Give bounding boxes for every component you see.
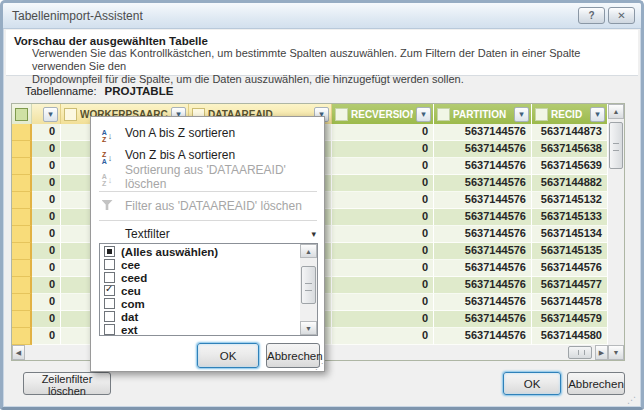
column-label: RECID xyxy=(551,109,587,120)
cell-partition: 5637144576 xyxy=(434,328,532,345)
cell-recversion: 0 xyxy=(332,141,434,158)
menu-separator xyxy=(99,191,317,192)
filter-value-label: cee xyxy=(121,259,140,271)
filter-value-item[interactable]: ext xyxy=(100,323,298,336)
scroll-up-icon[interactable] xyxy=(608,104,624,119)
cell-recid: 5637144882 xyxy=(532,175,608,192)
select-all-checkbox[interactable] xyxy=(15,108,28,121)
menu-item-label: Von Z bis A sortieren xyxy=(125,148,235,162)
partition-checkbox[interactable] xyxy=(437,108,450,121)
menu-item-label: Von A bis Z sortieren xyxy=(125,126,235,140)
horizontal-scrollbar-thumb[interactable] xyxy=(568,346,592,359)
column-header-recversion[interactable]: RECVERSION xyxy=(332,104,434,124)
cell-unnamed: 0 xyxy=(32,277,61,294)
partition-filter-dropdown-icon[interactable] xyxy=(514,107,529,122)
row-selector-cell xyxy=(12,124,32,141)
cell-recversion: 0 xyxy=(332,124,434,141)
help-button[interactable]: ? xyxy=(578,7,605,24)
table-name-value: PROJTABLE xyxy=(105,85,174,97)
cell-partition: 5637144576 xyxy=(434,124,532,141)
menu-item-sort-az[interactable]: AZ↓ Von A bis Z sortieren xyxy=(91,122,324,144)
menu-item-label: Sortierung aus 'DATAAREAID' löschen xyxy=(125,163,324,191)
filter-list-scrollbar[interactable] xyxy=(300,244,317,335)
filter-value-checkbox[interactable] xyxy=(104,259,115,270)
scroll-down-icon[interactable] xyxy=(608,345,624,360)
cell-partition: 5637144576 xyxy=(434,209,532,226)
menu-separator xyxy=(99,220,317,221)
cell-unnamed: 0 xyxy=(32,294,61,311)
cell-partition: 5637144576 xyxy=(434,294,532,311)
filter-value-checkbox[interactable] xyxy=(104,285,115,296)
sort-clear-icon: AZ↓ xyxy=(97,168,117,187)
scroll-up-icon[interactable] xyxy=(300,244,317,258)
cell-recid: 5637144576 xyxy=(532,260,608,277)
cancel-button[interactable]: Abbrechen xyxy=(567,372,625,395)
cell-partition: 5637144576 xyxy=(434,277,532,294)
unnamed-column-filter-dropdown-icon[interactable] xyxy=(43,107,58,122)
filter-value-checkbox[interactable] xyxy=(104,298,115,309)
close-button[interactable]: ✕ xyxy=(608,7,635,24)
vertical-scrollbar[interactable] xyxy=(608,104,624,360)
filter-value-checkbox[interactable] xyxy=(104,324,115,335)
filter-cancel-button[interactable]: Abbrechen xyxy=(266,343,320,368)
cell-recversion: 0 xyxy=(332,226,434,243)
row-selector-cell xyxy=(12,260,32,277)
filter-value-label: (Alles auswählen) xyxy=(121,246,218,258)
column-header-recid[interactable]: RECID xyxy=(532,104,608,124)
row-selector-cell xyxy=(12,192,32,209)
cell-recid: 5637145639 xyxy=(532,158,608,175)
cell-recid: 5637145134 xyxy=(532,226,608,243)
vertical-scrollbar-thumb[interactable] xyxy=(609,122,623,169)
unnamed-column-header[interactable] xyxy=(32,104,61,124)
column-label: PARTITION xyxy=(453,109,511,120)
ok-button[interactable]: OK xyxy=(503,372,561,395)
recversion-filter-dropdown-icon[interactable] xyxy=(416,107,431,122)
cell-partition: 5637144576 xyxy=(434,141,532,158)
workerpsaarchitect-checkbox[interactable] xyxy=(64,108,77,121)
row-selector-cell xyxy=(12,158,32,175)
scroll-down-icon[interactable] xyxy=(300,321,317,335)
cell-partition: 5637144576 xyxy=(434,226,532,243)
filter-ok-button[interactable]: OK xyxy=(197,343,259,368)
select-all-header-cell[interactable] xyxy=(12,104,32,124)
row-selector-cell xyxy=(12,175,32,192)
dialog-resize-grip-icon[interactable]: ⋰ xyxy=(627,395,636,405)
row-selector-cell xyxy=(12,294,32,311)
cell-unnamed: 0 xyxy=(32,124,61,141)
clear-row-filter-button[interactable]: Zeilenfilter löschen xyxy=(23,372,111,395)
popup-resize-grip-icon[interactable]: ⋰ xyxy=(315,362,323,371)
cell-recversion: 0 xyxy=(332,243,434,260)
recid-checkbox[interactable] xyxy=(535,108,548,121)
filter-value-item[interactable]: dat xyxy=(100,310,298,323)
scroll-right-icon[interactable] xyxy=(595,345,608,360)
cell-recversion: 0 xyxy=(332,294,434,311)
column-header-partition[interactable]: PARTITION xyxy=(434,104,532,124)
row-selector-cell xyxy=(12,328,32,345)
cell-partition: 5637144576 xyxy=(434,192,532,209)
cell-recid: 5637145132 xyxy=(532,192,608,209)
cell-unnamed: 0 xyxy=(32,192,61,209)
cell-partition: 5637144576 xyxy=(434,243,532,260)
filter-value-item[interactable]: (Alles auswählen) xyxy=(100,245,298,258)
filter-value-checkbox[interactable] xyxy=(104,246,115,257)
filter-value-item[interactable]: com xyxy=(100,297,298,310)
filter-value-checkbox[interactable] xyxy=(104,311,115,322)
menu-item-text-filter[interactable]: Textfilter ▾ xyxy=(91,223,324,245)
row-selector-cell xyxy=(12,311,32,328)
recversion-checkbox[interactable] xyxy=(335,108,348,121)
filter-value-item[interactable]: ceu xyxy=(100,284,298,297)
cell-unnamed: 0 xyxy=(32,328,61,345)
intro-panel: Vorschau der ausgewählten Tabelle Verwen… xyxy=(6,30,638,76)
scroll-left-icon[interactable] xyxy=(12,345,25,360)
filter-value-items: (Alles auswählen) cee ceed ceu com dat e… xyxy=(100,245,298,336)
table-import-wizard-window: Tabellenimport-Assistent ? ✕ Vorschau de… xyxy=(0,0,644,410)
cell-unnamed: 0 xyxy=(32,260,61,277)
recid-filter-dropdown-icon[interactable] xyxy=(590,107,605,122)
filter-value-checkbox[interactable] xyxy=(104,272,115,283)
cell-recversion: 0 xyxy=(332,277,434,294)
filter-value-label: ext xyxy=(121,324,138,336)
filter-list-scrollbar-thumb[interactable] xyxy=(301,266,316,304)
filter-value-label: ceed xyxy=(121,272,147,284)
filter-value-item[interactable]: cee xyxy=(100,258,298,271)
filter-value-item[interactable]: ceed xyxy=(100,271,298,284)
